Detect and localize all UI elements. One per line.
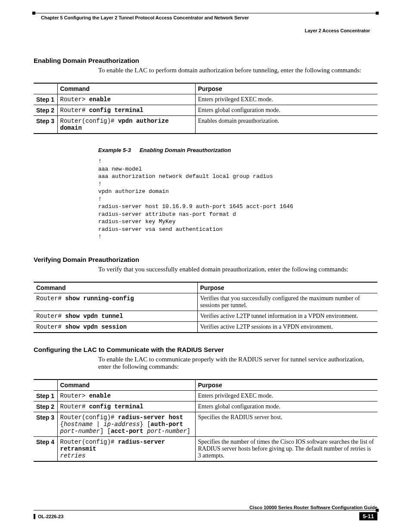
table-row: Router# show vpdn session Verifies activ…: [34, 322, 377, 333]
table-row: Step 1 Router> enable Enters privileged …: [34, 94, 377, 105]
th-purpose: Purpose: [197, 282, 377, 293]
table-row: Router# show vpdn tunnel Verifies active…: [34, 311, 377, 322]
purpose-cell: Enters privileged EXEC mode.: [195, 391, 377, 401]
table-config-lac-radius: Command Purpose Step 1 Router> enable En…: [34, 379, 377, 462]
command-cell: Router(config)# radius-server retransmit…: [57, 437, 195, 462]
th-purpose: Purpose: [195, 380, 377, 391]
command-cell: Router# show vpdn tunnel: [34, 311, 197, 322]
purpose-cell: Enters global configuration mode.: [195, 401, 377, 412]
chapter-header: Chapter 5 Configuring the Layer 2 Tunnel…: [17, 13, 394, 20]
table-enable-domain-preauth: Command Purpose Step 1 Router> enable En…: [34, 83, 377, 134]
command-cell: Router# show running-config: [34, 293, 197, 311]
th-blank: [34, 380, 57, 391]
intro-text: To verify that you successfully enabled …: [98, 266, 377, 273]
purpose-cell: Specifies the RADIUS server host.: [195, 412, 377, 437]
command-cell: Router(config)# radius-server host {host…: [57, 412, 195, 437]
purpose-cell: Enters global configuration mode.: [195, 105, 377, 116]
table-row: Step 3 Router(config)# vpdn authorize do…: [34, 116, 377, 134]
table-row: Step 4 Router(config)# radius-server ret…: [34, 437, 377, 462]
page-footer: Cisco 10000 Series Router Software Confi…: [17, 505, 394, 532]
table-row: Step 1 Router> enable Enters privileged …: [34, 391, 377, 401]
heading-enabling-domain-preauth: Enabling Domain Preauthorization: [34, 57, 377, 64]
step-cell: Step 4: [34, 437, 57, 462]
purpose-cell: Verifies active L2TP sessions in a VPDN …: [197, 322, 377, 333]
th-blank: [34, 83, 57, 94]
purpose-cell: Enters privileged EXEC mode.: [195, 94, 377, 105]
purpose-cell: Verifies that you successfully configure…: [197, 293, 377, 311]
rule-endcap: [376, 509, 379, 512]
step-cell: Step 1: [34, 391, 57, 401]
intro-text: To enable the LAC to communicate properl…: [98, 356, 377, 370]
footer-doc-id: OL-2226-23: [34, 514, 63, 519]
purpose-cell: Enables domain preauthorization.: [195, 116, 377, 134]
th-purpose: Purpose: [195, 83, 377, 94]
heading-verifying-domain-preauth: Verifying Domain Preauthorization: [34, 256, 377, 263]
footer-guide-title: Cisco 10000 Series Router Software Confi…: [34, 505, 377, 510]
step-cell: Step 3: [34, 412, 57, 437]
table-row: Router# show running-config Verifies tha…: [34, 293, 377, 311]
rule-endcap: [32, 12, 35, 15]
th-command: Command: [57, 380, 195, 391]
table-row: Step 2 Router# config terminal Enters gl…: [34, 401, 377, 412]
header-rule: [34, 13, 377, 13]
heading-config-lac-radius: Configuring the LAC to Communicate with …: [34, 346, 377, 353]
step-cell: Step 1: [34, 94, 57, 105]
section-header: Layer 2 Access Concentrator: [17, 20, 394, 33]
table-verify-domain-preauth: Command Purpose Router# show running-con…: [34, 282, 377, 333]
footer-rule: [34, 510, 377, 510]
example-caption: Example 5-3Enabling Domain Preauthorizat…: [98, 147, 377, 153]
purpose-cell: Specifies the number of times the Cisco …: [195, 437, 377, 462]
table-row: Step 3 Router(config)# radius-server hos…: [34, 412, 377, 437]
purpose-cell: Verifies active L2TP tunnel information …: [197, 311, 377, 322]
intro-text: To enable the LAC to perform domain auth…: [98, 67, 377, 74]
table-row: Step 2 Router# config terminal Enters gl…: [34, 105, 377, 116]
th-command: Command: [34, 282, 197, 293]
th-command: Command: [57, 83, 195, 94]
step-cell: Step 2: [34, 105, 57, 116]
step-cell: Step 3: [34, 116, 57, 134]
command-cell: Router# show vpdn session: [34, 322, 197, 333]
footer-page-number: 5-11: [359, 512, 377, 520]
command-cell: Router> enable: [57, 391, 195, 401]
command-cell: Router# config terminal: [57, 105, 195, 116]
rule-endcap: [376, 12, 379, 15]
command-cell: Router(config)# vpdn authorize domain: [57, 116, 195, 134]
step-cell: Step 2: [34, 401, 57, 412]
command-cell: Router> enable: [57, 94, 195, 105]
code-block: ! aaa new-model aaa authorization networ…: [98, 158, 377, 241]
command-cell: Router# config terminal: [57, 401, 195, 412]
